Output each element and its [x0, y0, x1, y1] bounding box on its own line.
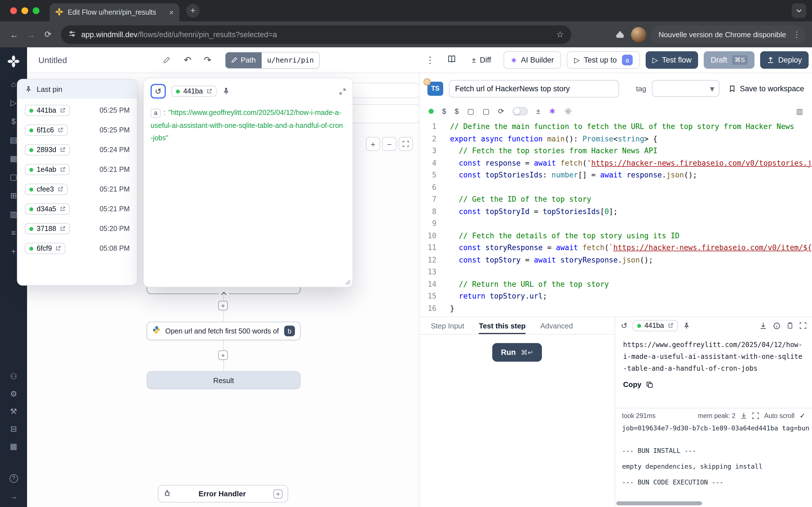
window-zoom-button[interactable]	[33, 7, 40, 14]
pin-id-chip[interactable]: 6fcf9	[25, 243, 65, 255]
clipboard-icon[interactable]	[786, 322, 794, 329]
zoom-out-button[interactable]: −	[382, 137, 396, 151]
run-button[interactable]: Run⌘↵	[493, 343, 542, 362]
sidebar-item-settings[interactable]: ⚙	[8, 390, 18, 398]
tab-step-input[interactable]: Step Input	[431, 317, 464, 334]
deploy-button[interactable]: Deploy	[760, 51, 809, 69]
tab-close-icon[interactable]: ×	[169, 8, 174, 17]
variables-icon[interactable]: $	[442, 107, 446, 115]
back-button[interactable]: ←	[6, 26, 22, 43]
window-minimize-button[interactable]	[21, 7, 28, 14]
save-to-workspace-button[interactable]: Save to workspace	[728, 84, 804, 93]
tag-select[interactable]: ▾	[652, 80, 719, 97]
flow-node-partial[interactable]	[349, 104, 419, 123]
chrome-update-button[interactable]: Nouvelle version de Chrome disponible ⋮	[651, 25, 805, 44]
edit-title-icon[interactable]	[163, 56, 170, 64]
download-result-icon[interactable]	[760, 322, 767, 329]
new-tab-button[interactable]: +	[186, 4, 200, 17]
window-close-button[interactable]	[10, 7, 17, 14]
dependencies-icon[interactable]: ▢	[483, 107, 490, 115]
step-summary-input[interactable]	[449, 80, 619, 97]
last-pin-row[interactable]: d34a505:21 PM	[22, 200, 133, 218]
more-options-button[interactable]: ⋮	[422, 54, 438, 66]
pin-id-chip[interactable]: 441ba	[632, 320, 677, 332]
tab-test-this-step[interactable]: Test this step	[479, 317, 526, 334]
undo-button[interactable]: ↶	[181, 54, 195, 66]
address-bar[interactable]: app.windmill.dev/flows/edit/u/henri/pin_…	[61, 25, 571, 44]
auto-scroll-checkbox[interactable]: ✓	[800, 412, 805, 420]
diff-toggle[interactable]	[513, 107, 528, 115]
site-controls-icon[interactable]	[68, 30, 76, 39]
last-pin-row[interactable]: 1e4ab05:21 PM	[22, 161, 133, 179]
flow-node-partial[interactable]	[349, 83, 419, 98]
sidebar-item-workspace[interactable]: ▦	[8, 442, 18, 450]
windmill-logo[interactable]	[7, 55, 20, 68]
pin-id-chip[interactable]: 2893d	[25, 144, 70, 156]
fullscreen-icon[interactable]	[800, 322, 806, 329]
pin-icon[interactable]	[222, 87, 230, 95]
expand-icon[interactable]	[340, 88, 346, 94]
test-flow-button[interactable]: ▷Test flow	[646, 51, 698, 69]
flow-path-control[interactable]: Path u/henri/pin	[225, 52, 320, 68]
module-node[interactable]: Open url and fetch first 500 words of ..…	[147, 322, 301, 340]
last-pin-row[interactable]: 6f1c605:25 PM	[22, 121, 133, 139]
add-step-button[interactable]: +	[218, 350, 228, 360]
pin-id-chip[interactable]: 441ba	[25, 105, 70, 116]
last-pin-row[interactable]: cfee305:21 PM	[22, 180, 133, 198]
add-error-handler-button[interactable]: +	[273, 489, 283, 498]
code-editor[interactable]: 12345678910111213141516 // Define the ma…	[419, 118, 812, 317]
language-badge[interactable]: TS	[427, 81, 443, 96]
draft-button[interactable]: Draft⌘S	[704, 51, 755, 69]
flow-title[interactable]: Untitled	[34, 53, 175, 67]
tab-search-button[interactable]	[792, 3, 806, 18]
extensions-icon[interactable]	[613, 30, 626, 39]
resize-handle[interactable]	[345, 279, 351, 285]
last-pin-row[interactable]: 2893d05:24 PM	[22, 141, 133, 159]
last-pin-row[interactable]: 6fcf905:08 PM	[22, 239, 133, 258]
library-panel-icon[interactable]: ▥	[796, 107, 803, 115]
bookmark-star-icon[interactable]: ☆	[556, 29, 564, 40]
reload-button[interactable]: ⟳	[40, 26, 56, 43]
pin-id-chip[interactable]: 37188	[25, 223, 70, 235]
settings-gear-icon[interactable]	[564, 107, 571, 115]
package-icon[interactable]: ▢	[467, 107, 474, 115]
chrome-menu-icon[interactable]: ⋮	[793, 30, 801, 39]
expand-logs-icon[interactable]	[753, 412, 759, 419]
docs-icon[interactable]	[444, 53, 459, 67]
sidebar-item-folders[interactable]: ⊟	[8, 425, 18, 433]
info-icon[interactable]	[773, 322, 780, 329]
last-pin-row[interactable]: 3718805:20 PM	[22, 220, 133, 238]
sidebar-item-help[interactable]: ?	[9, 474, 18, 483]
sidebar-item-collapse[interactable]: →	[8, 492, 18, 500]
download-logs-icon[interactable]	[741, 412, 748, 419]
pin-id-chip[interactable]: 6f1c6	[25, 124, 67, 136]
pin-icon[interactable]	[682, 322, 690, 329]
pin-id-chip[interactable]: 441ba	[171, 86, 216, 97]
result-node[interactable]: Result	[147, 371, 301, 389]
history-toggle-button[interactable]: ↺	[151, 84, 166, 99]
diff-icon[interactable]: ±	[536, 107, 540, 115]
forward-button[interactable]: →	[22, 26, 40, 43]
tab-advanced[interactable]: Advanced	[540, 317, 573, 334]
zoom-fit-button[interactable]	[399, 137, 413, 151]
reload-icon[interactable]: ⟳	[498, 107, 504, 115]
sidebar-item-user[interactable]: ⚇	[8, 372, 18, 380]
diff-button[interactable]: ±Diff	[465, 51, 498, 69]
error-handler-node[interactable]: Error Handler +	[158, 485, 288, 503]
history-icon[interactable]: ↺	[621, 321, 627, 330]
redo-button[interactable]: ↷	[200, 54, 215, 66]
zoom-in-button[interactable]: +	[366, 137, 380, 151]
horizontal-scrollbar[interactable]	[616, 501, 702, 505]
last-pin-row[interactable]: 441ba05:25 PM	[22, 101, 133, 119]
browser-tab[interactable]: Edit Flow u/henri/pin_results ×	[50, 3, 179, 21]
copy-button[interactable]: Copy	[615, 376, 812, 393]
resources-icon[interactable]: $	[455, 107, 458, 115]
add-step-button[interactable]: +	[218, 301, 228, 311]
pin-id-chip[interactable]: cfee3	[25, 184, 67, 195]
pin-id-chip[interactable]: 1e4ab	[25, 164, 70, 175]
sidebar-item-workers[interactable]: ⚒	[8, 407, 18, 415]
profile-avatar[interactable]	[631, 27, 646, 42]
ai-builder-button[interactable]: ∗AI Builder	[504, 51, 561, 69]
ai-gen-icon[interactable]: ∗	[549, 106, 556, 116]
pin-id-chip[interactable]: d34a5	[25, 203, 70, 215]
